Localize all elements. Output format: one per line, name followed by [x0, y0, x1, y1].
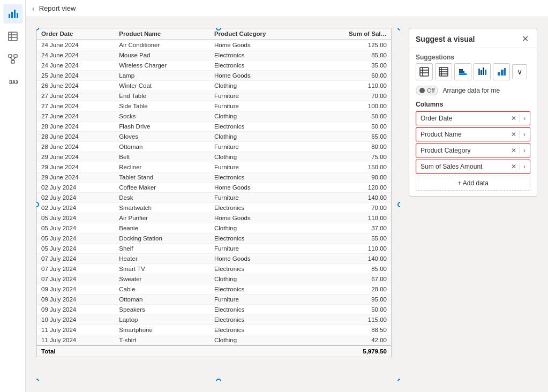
suggest-clustered-bar-btn[interactable] [474, 63, 491, 80]
column-chip-expand[interactable]: › [523, 163, 526, 170]
table-cell: 07 July 2024 [37, 274, 115, 284]
suggestions-grid: ∨ [416, 63, 530, 80]
sidebar-icon-model[interactable] [3, 49, 22, 69]
column-chip-actions: ✕ › [511, 163, 526, 170]
suggestions-section: Suggestions [416, 54, 530, 80]
resize-handle-bc[interactable] [216, 379, 221, 381]
table-cell: 28 June 2024 [37, 132, 115, 142]
chip-divider [520, 163, 520, 170]
resize-handle-br[interactable] [397, 379, 400, 381]
arrange-toggle[interactable]: Off [416, 86, 438, 95]
table-cell: 24 June 2024 [37, 61, 115, 71]
suggest-matrix-btn[interactable] [435, 63, 452, 80]
table-row: 09 July 2024CableElectronics28.00 [37, 284, 391, 295]
table-cell: Ottoman [115, 142, 210, 152]
top-bar: ‹ Report view [26, 0, 548, 17]
footer-empty-1 [115, 345, 210, 357]
table-cell: Home Goods [210, 71, 312, 81]
table-cell: Clothing [210, 132, 312, 142]
column-chip-remove[interactable]: ✕ [511, 163, 516, 170]
column-chip-expand[interactable]: › [523, 115, 526, 122]
column-chip-expand[interactable]: › [523, 131, 526, 138]
resize-handle-mr[interactable] [397, 202, 400, 207]
table-body: 24 June 2024Air ConditionerHome Goods125… [37, 40, 391, 345]
col-order-date[interactable]: Order Date [37, 28, 115, 40]
column-chip[interactable]: Product Category ✕ › [416, 144, 530, 157]
column-chip[interactable]: Product Name ✕ › [416, 127, 530, 141]
table-row: 28 June 2024OttomanFurniture80.00 [37, 142, 391, 152]
canvas-area: ··· Order Date Product Name Product Cate… [26, 17, 548, 392]
table-cell: 70.00 [312, 91, 391, 101]
table-cell: 37.00 [312, 223, 391, 233]
chip-divider [520, 115, 520, 122]
table-cell: Clothing [210, 335, 312, 346]
table-cell: 125.00 [312, 40, 391, 50]
table-cell: 140.00 [312, 193, 391, 203]
table-cell: 90.00 [312, 172, 391, 183]
table-cell: Smart TV [115, 264, 210, 274]
table-cell: Clothing [210, 81, 312, 91]
table-cell: 09 July 2024 [37, 295, 115, 305]
table-cell: Smartwatch [115, 203, 210, 213]
table-cell: 35.00 [312, 61, 391, 71]
table-cell: Furniture [210, 193, 312, 203]
table-cell: End Table [115, 91, 210, 101]
suggest-more-button[interactable]: ∨ [512, 64, 527, 79]
column-chip[interactable]: Order Date ✕ › [416, 111, 530, 125]
column-chip-remove[interactable]: ✕ [511, 147, 516, 154]
table-cell: Home Goods [210, 183, 312, 193]
table-cell: 65.00 [312, 132, 391, 142]
column-chip-remove[interactable]: ✕ [511, 115, 516, 122]
column-chip-expand[interactable]: › [523, 147, 526, 154]
table-cell: 05 July 2024 [37, 213, 115, 223]
table-row: 29 June 2024BeltClothing75.00 [37, 152, 391, 162]
table-cell: 02 July 2024 [37, 183, 115, 193]
table-cell: 28 June 2024 [37, 122, 115, 132]
table-cell: Electronics [210, 50, 312, 61]
sidebar-icon-data[interactable] [3, 27, 22, 46]
resize-handle-tr[interactable] [397, 28, 400, 31]
back-button[interactable]: ‹ [32, 4, 35, 13]
table-row: 07 July 2024HeaterHome Goods140.00 [37, 254, 391, 264]
add-data-button[interactable]: + Add data [416, 176, 530, 191]
table-cell: Tablet Stand [115, 172, 210, 183]
svg-rect-1 [11, 12, 13, 18]
table-row: 10 July 2024LaptopElectronics115.00 [37, 315, 391, 325]
col-product-category[interactable]: Product Category [210, 28, 312, 40]
main-content: ‹ Report view [26, 0, 548, 392]
resize-handle-bl[interactable] [36, 379, 39, 381]
suggest-stacked-bar-btn[interactable] [454, 63, 471, 80]
columns-label: Columns [416, 101, 530, 108]
svg-rect-10 [11, 61, 14, 63]
table-cell: 75.00 [312, 152, 391, 162]
col-product-name[interactable]: Product Name [115, 28, 210, 40]
table-cell: Side Table [115, 101, 210, 111]
suggest-table-btn[interactable] [416, 63, 433, 80]
table-cell: Sweater [115, 274, 210, 284]
sidebar: DAX [0, 0, 26, 392]
sidebar-icon-dax[interactable]: DAX [3, 72, 22, 91]
svg-rect-21 [420, 67, 429, 76]
table-cell: 05 July 2024 [37, 244, 115, 254]
table-cell: Home Goods [210, 254, 312, 264]
table-cell: 80.00 [312, 142, 391, 152]
table-cell: 120.00 [312, 183, 391, 193]
column-chip[interactable]: Sum of Sales Amount ✕ › [416, 160, 530, 174]
table-cell: Electronics [210, 325, 312, 335]
table-row: 24 June 2024Air ConditionerHome Goods125… [37, 40, 391, 50]
table-cell: Wireless Charger [115, 61, 210, 71]
table-cell: 110.00 [312, 213, 391, 223]
close-suggest-button[interactable]: ✕ [520, 34, 530, 44]
svg-rect-39 [504, 68, 506, 76]
column-chip-label: Product Name [421, 131, 462, 138]
column-chip-remove[interactable]: ✕ [511, 131, 516, 138]
svg-rect-30 [459, 73, 467, 75]
footer-total: 5,979.50 [312, 345, 391, 357]
table-cell: 85.00 [312, 50, 391, 61]
table-cell: 55.00 [312, 233, 391, 244]
sidebar-icon-report[interactable] [3, 4, 22, 24]
table-cell: 25 June 2024 [37, 71, 115, 81]
col-sum-sales[interactable]: Sum of Sal… [312, 28, 391, 40]
suggest-bar-chart-btn[interactable] [493, 63, 510, 80]
svg-rect-4 [9, 32, 17, 41]
